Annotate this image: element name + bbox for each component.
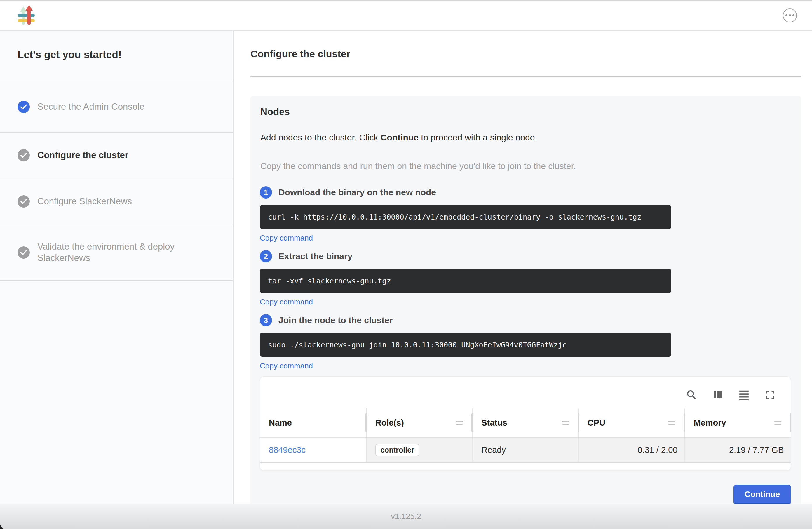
setup-steps-sidebar: Let's get you started! Secure the Admin … — [0, 31, 233, 504]
ellipsis-icon — [785, 14, 787, 16]
step-3-command-block: sudo ./slackernews-gnu join 10.0.0.11:30… — [260, 333, 671, 357]
step-number-badge: 2 — [260, 250, 272, 262]
check-circle-icon — [17, 149, 30, 161]
density-icon[interactable] — [738, 389, 750, 401]
title-divider — [250, 76, 801, 77]
column-menu-icon[interactable] — [774, 421, 787, 425]
column-separator[interactable] — [684, 413, 685, 432]
cell-node-name: 8849ec3c — [260, 438, 366, 462]
nodes-heading: Nodes — [260, 106, 791, 117]
sidebar-item-validate-deploy[interactable]: Validate the environment & deploy Slacke… — [0, 225, 233, 281]
sidebar-item-label: Validate the environment & deploy Slacke… — [38, 241, 195, 264]
step-number-badge: 1 — [260, 186, 272, 199]
table-toolbar — [260, 376, 791, 408]
column-separator[interactable] — [790, 413, 791, 432]
column-header-memory[interactable]: Memory — [684, 408, 791, 437]
step-2-command-block: tar -xvf slackernews-gnu.tgz — [260, 269, 671, 293]
cell-node-cpu: 0.31 / 2.00 — [579, 438, 685, 462]
table-header-row: Name Role(s) Status — [260, 408, 791, 438]
step-title: Download the binary on the new node — [278, 187, 436, 197]
sidebar-item-label: Configure SlackerNews — [38, 196, 132, 207]
copy-command-link-3[interactable]: Copy command — [260, 361, 313, 371]
cell-node-memory: 2.19 / 7.77 GB — [684, 438, 791, 462]
step-title: Join the node to the cluster — [278, 315, 393, 325]
column-header-status[interactable]: Status — [472, 408, 579, 437]
sidebar-item-label: Configure the cluster — [38, 150, 128, 161]
fullscreen-icon[interactable] — [765, 389, 776, 401]
step-3-header: 3 Join the node to the cluster — [260, 314, 791, 326]
column-header-cpu[interactable]: CPU — [579, 408, 685, 437]
app-window: Let's get you started! Secure the Admin … — [0, 0, 812, 529]
sidebar-item-secure-admin-console[interactable]: Secure the Admin Console — [0, 81, 233, 132]
step-number-badge: 3 — [260, 314, 272, 326]
check-circle-icon — [17, 195, 30, 208]
more-options-button[interactable] — [783, 9, 797, 23]
copy-instruction: Copy the commands and run them on the ma… — [260, 161, 791, 171]
nodes-card: Nodes Add nodes to the cluster. Click Co… — [250, 96, 801, 504]
sidebar-title: Let's get you started! — [0, 31, 233, 81]
step-title: Extract the binary — [278, 252, 352, 261]
nodes-description: Add nodes to the cluster. Click Continue… — [260, 132, 791, 142]
app-footer: v1.125.2 — [0, 504, 812, 529]
cell-node-roles: controller — [366, 438, 473, 462]
step-1-header: 1 Download the binary on the new node — [260, 186, 791, 199]
step-2-header: 2 Extract the binary — [260, 250, 791, 262]
sidebar-item-configure-cluster[interactable]: Configure the cluster — [0, 132, 233, 178]
command-text: sudo ./slackernews-gnu join 10.0.0.11:30… — [268, 341, 567, 349]
search-icon[interactable] — [686, 389, 697, 401]
check-circle-icon — [17, 101, 30, 113]
sidebar-item-label: Secure the Admin Console — [38, 101, 144, 113]
node-name-link[interactable]: 8849ec3c — [269, 445, 306, 455]
role-chip: controller — [375, 444, 419, 456]
sidebar-item-configure-slackernews[interactable]: Configure SlackerNews — [0, 178, 233, 225]
column-separator[interactable] — [578, 413, 579, 432]
nodes-table: Name Role(s) Status — [260, 408, 791, 470]
column-header-roles[interactable]: Role(s) — [366, 408, 473, 437]
command-text: tar -xvf slackernews-gnu.tgz — [268, 277, 391, 285]
check-circle-icon — [17, 246, 30, 259]
version-label: v1.125.2 — [391, 512, 421, 521]
slackernews-logo-icon — [17, 5, 35, 26]
column-menu-icon[interactable] — [562, 421, 575, 425]
top-bar — [0, 0, 812, 31]
mouse-cursor — [0, 525, 3, 529]
cell-node-status: Ready — [472, 438, 579, 462]
main-content: Configure the cluster Nodes Add nodes to… — [233, 31, 812, 504]
command-text: curl -k https://10.0.0.11:30000/api/v1/e… — [268, 213, 641, 221]
copy-command-link-2[interactable]: Copy command — [260, 298, 313, 306]
column-header-name[interactable]: Name — [260, 408, 366, 437]
copy-command-link-1[interactable]: Copy command — [260, 233, 313, 243]
column-menu-icon[interactable] — [456, 421, 468, 425]
table-row: 8849ec3c controller Ready 0.31 / 2.00 2.… — [260, 438, 791, 463]
continue-button[interactable]: Continue — [734, 485, 791, 504]
column-menu-icon[interactable] — [668, 421, 680, 425]
columns-icon[interactable] — [712, 389, 724, 401]
nodes-table-card: Name Role(s) Status — [260, 376, 791, 471]
page-title: Configure the cluster — [250, 48, 801, 60]
table-footer-spacer — [260, 463, 791, 470]
column-separator[interactable] — [365, 413, 367, 432]
column-separator[interactable] — [472, 413, 473, 432]
step-1-command-block: curl -k https://10.0.0.11:30000/api/v1/e… — [260, 205, 671, 229]
